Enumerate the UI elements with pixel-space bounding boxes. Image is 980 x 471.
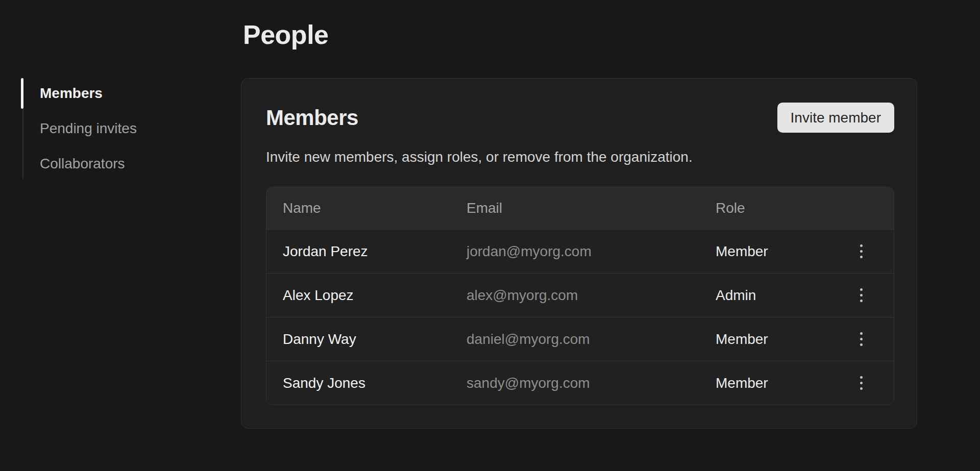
table-row: Danny Way daniel@myorg.com Member [266,317,894,361]
sidebar-item-label: Members [40,85,103,102]
member-role-cell: Member [699,375,828,391]
row-menu-button[interactable] [853,327,870,351]
column-header-email: Email [450,200,699,216]
sidebar-item-members[interactable]: Members [0,78,204,109]
active-indicator-bar [21,78,23,109]
sidebar-item-pending-invites[interactable]: Pending invites [0,113,204,144]
row-menu-button[interactable] [853,239,870,263]
sidebar-item-collaborators[interactable]: Collaborators [0,148,204,179]
members-card: Members Invite member Invite new members… [241,78,917,429]
sidebar-item-label: Collaborators [40,156,125,172]
kebab-menu-icon [860,288,863,302]
member-email-cell: jordan@myorg.com [450,243,699,260]
column-header-role: Role [699,200,828,216]
member-name-cell: Sandy Jones [266,375,450,391]
member-role-cell: Member [699,331,828,348]
member-name-cell: Alex Lopez [266,287,450,304]
member-role-cell: Member [699,243,828,260]
table-row: Sandy Jones sandy@myorg.com Member [266,361,894,405]
member-email-cell: daniel@myorg.com [450,331,699,348]
kebab-menu-icon [860,332,863,346]
member-name-cell: Danny Way [266,331,450,348]
member-email-cell: alex@myorg.com [450,287,699,304]
table-header-row: Name Email Role [266,187,894,229]
settings-sidebar: Members Pending invites Collaborators [0,78,204,184]
member-name-cell: Jordan Perez [266,243,450,260]
kebab-menu-icon [860,376,863,390]
member-role-cell: Admin [699,287,828,304]
column-header-name: Name [266,200,450,216]
table-row: Jordan Perez jordan@myorg.com Member [266,229,894,273]
page-title: People [243,19,329,50]
kebab-menu-icon [860,244,863,258]
card-header: Members Invite member [266,103,894,133]
members-heading: Members [266,106,358,130]
row-menu-button[interactable] [853,283,870,307]
sidebar-item-label: Pending invites [40,120,137,137]
row-menu-button[interactable] [853,371,870,395]
members-table: Name Email Role Jordan Perez jordan@myor… [266,187,894,405]
member-email-cell: sandy@myorg.com [450,375,699,391]
members-description: Invite new members, assign roles, or rem… [266,148,894,166]
invite-member-button[interactable]: Invite member [777,103,894,133]
table-row: Alex Lopez alex@myorg.com Admin [266,273,894,317]
